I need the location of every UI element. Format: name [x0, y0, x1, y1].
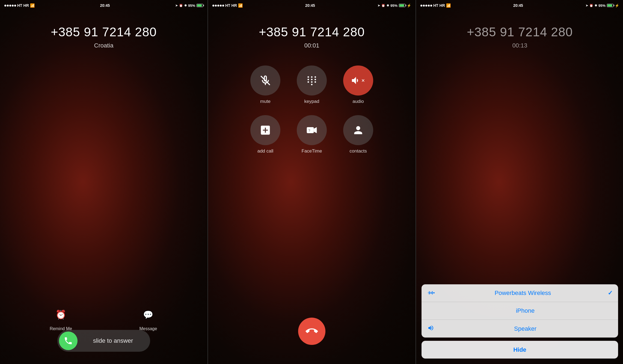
phone-number-1: +385 91 7214 280	[51, 25, 157, 39]
controls-grid: mute	[246, 65, 377, 154]
charging-icon-3: ⚡	[615, 4, 619, 8]
time-2: 20:45	[305, 3, 315, 8]
signal-3	[420, 5, 432, 7]
status-right-1: ➤ ⏰ ✱ 95%	[175, 4, 203, 8]
answer-thumb	[59, 332, 78, 350]
audio-circle	[343, 65, 373, 96]
keypad-button[interactable]: keypad	[293, 65, 331, 104]
audio-button[interactable]: audio	[339, 65, 377, 104]
wifi-icon-1: 📶	[30, 3, 35, 8]
facetime-label: FaceTime	[302, 148, 322, 154]
battery-3	[607, 4, 613, 7]
add-call-label: add call	[257, 148, 274, 154]
screen-audio-picker: HT HR 📶 20:45 ➤ ⏰ ✱ 95% ⚡ +385 91 7214 2…	[416, 0, 623, 364]
audio-item-iphone[interactable]: iPhone	[422, 302, 618, 320]
location-1: Croatia	[94, 42, 114, 49]
svg-point-7	[307, 81, 309, 83]
status-left-2: HT HR 📶	[212, 3, 243, 8]
message-button[interactable]: 💬 Message	[139, 305, 158, 331]
svg-point-13	[433, 292, 435, 293]
audio-label: audio	[352, 99, 364, 104]
call-timer-3: 00:13	[512, 42, 527, 49]
svg-point-4	[307, 79, 309, 80]
speaker-icon	[427, 325, 438, 333]
battery-pct-2: 95%	[390, 4, 397, 8]
message-icon-circle: 💬	[139, 305, 158, 324]
battery-1	[197, 4, 203, 7]
bluetooth-icon-2: ✱	[387, 4, 389, 7]
battery-pct-1: 95%	[188, 4, 195, 8]
bluetooth-icon-1: ✱	[184, 4, 187, 7]
battery-pct-3: 95%	[598, 4, 606, 8]
audio-item-speaker[interactable]: Speaker	[422, 320, 618, 338]
screen3-main: +385 91 7214 280 00:13 Powerbeats Wirele…	[416, 11, 623, 364]
battery-2	[399, 4, 405, 7]
status-right-2: ➤ ⏰ ✱ 95% ⚡	[378, 4, 411, 8]
wifi-icon-3: 📶	[446, 3, 451, 8]
time-3: 20:45	[513, 3, 523, 8]
facetime-button[interactable]: ? FaceTime	[293, 115, 331, 154]
signal-2	[212, 5, 224, 7]
time-1: 20:45	[100, 3, 110, 8]
audio-picker: Powerbeats Wireless ✓ iPhone	[422, 284, 618, 364]
slide-to-answer[interactable]: slide to answer	[57, 330, 150, 352]
charging-icon-2: ⚡	[407, 4, 411, 8]
screen-incoming: HT HR 📶 20:45 ➤ ⏰ ✱ 95% +385 91 7214 280…	[0, 0, 207, 364]
contacts-label: contacts	[349, 148, 367, 154]
svg-point-2	[311, 76, 313, 78]
mute-circle	[250, 65, 280, 96]
svg-point-6	[315, 79, 316, 80]
powerbeats-label: Powerbeats Wireless	[438, 290, 608, 297]
status-left-3: HT HR 📶	[420, 3, 451, 8]
remind-me-icon: ⏰	[51, 305, 70, 324]
status-bar-1: HT HR 📶 20:45 ➤ ⏰ ✱ 95%	[0, 0, 207, 11]
phone-number-3: +385 91 7214 280	[467, 25, 573, 39]
status-bar-2: HT HR 📶 20:45 ➤ ⏰ ✱ 95% ⚡	[208, 0, 416, 11]
signal-1	[4, 5, 16, 7]
add-call-button[interactable]: add call	[246, 115, 284, 154]
facetime-circle: ?	[297, 115, 327, 145]
alarm-icon-3: ⏰	[589, 4, 593, 7]
powerbeats-check: ✓	[608, 290, 613, 297]
location-icon-3: ➤	[586, 4, 588, 7]
slide-text: slide to answer	[78, 337, 149, 344]
alarm-icon-1: ⏰	[179, 4, 183, 7]
location-icon-2: ➤	[378, 4, 380, 7]
svg-point-3	[315, 76, 316, 78]
location-icon-1: ➤	[175, 4, 178, 7]
svg-point-10	[311, 84, 313, 85]
powerbeats-icon	[427, 290, 438, 297]
keypad-circle	[297, 65, 327, 96]
carrier-3: HT HR	[433, 3, 445, 8]
end-call-button[interactable]	[298, 318, 325, 345]
message-icon: 💬	[143, 310, 153, 320]
mute-button[interactable]: mute	[246, 65, 284, 104]
wifi-icon-2: 📶	[238, 3, 243, 8]
audio-item-powerbeats[interactable]: Powerbeats Wireless ✓	[422, 284, 618, 302]
screen-active: HT HR 📶 20:45 ➤ ⏰ ✱ 95% ⚡ +385 91 7214 2…	[208, 0, 416, 364]
svg-text:?: ?	[308, 129, 310, 133]
alarm-icon-2: ⏰	[381, 4, 385, 7]
action-buttons: ⏰ Remind Me 💬 Message	[0, 305, 207, 331]
carrier-2: HT HR	[225, 3, 237, 8]
screen2-main: +385 91 7214 280 00:01 mute	[208, 11, 416, 364]
svg-point-5	[311, 79, 313, 80]
call-timer-2: 00:01	[304, 42, 319, 49]
phone-number-2: +385 91 7214 280	[259, 25, 365, 39]
add-call-circle	[250, 115, 280, 145]
keypad-label: keypad	[304, 99, 319, 104]
hide-button[interactable]: Hide	[422, 341, 618, 359]
status-bar-3: HT HR 📶 20:45 ➤ ⏰ ✱ 95% ⚡	[416, 0, 623, 11]
speaker-label: Speaker	[438, 325, 613, 332]
contacts-circle	[343, 115, 373, 145]
status-left-1: HT HR 📶	[4, 3, 35, 8]
svg-point-1	[307, 76, 309, 78]
alarm-icon: ⏰	[55, 309, 66, 320]
hide-label: Hide	[513, 346, 526, 353]
remind-me-button[interactable]: ⏰ Remind Me	[50, 305, 72, 331]
iphone-label: iPhone	[438, 307, 613, 314]
svg-point-9	[315, 81, 316, 83]
svg-point-8	[311, 81, 313, 83]
contacts-button[interactable]: contacts	[339, 115, 377, 154]
svg-rect-11	[307, 127, 314, 133]
